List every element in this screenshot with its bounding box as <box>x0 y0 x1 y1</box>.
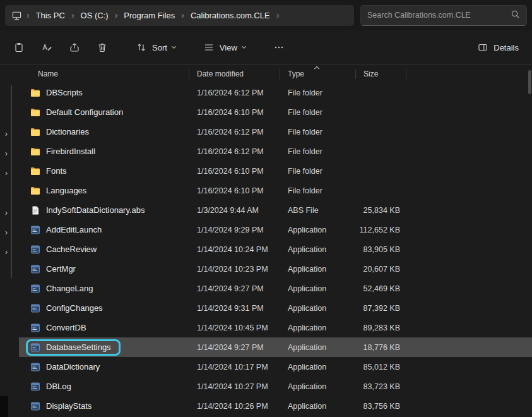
tree-expand-chevron-icon[interactable]: › <box>2 227 11 238</box>
file-name-wrap: CertMgr <box>30 264 76 274</box>
search-input[interactable] <box>367 11 505 20</box>
file-type: File folder <box>280 128 356 136</box>
file-name: DataDictionary <box>46 362 100 372</box>
file-name-wrap: ChangeLang <box>30 284 93 294</box>
file-size: 18,776 KB <box>356 343 406 352</box>
file-name-wrap: AddEditLaunch <box>30 225 102 235</box>
paste-button[interactable] <box>6 36 32 59</box>
corner-box <box>0 396 8 417</box>
file-type: File folder <box>280 167 356 176</box>
file-name-cell: ChangeLang <box>19 284 189 294</box>
rename-icon <box>41 42 52 53</box>
file-date-modified: 1/14/2024 9:29 PM <box>189 226 280 234</box>
file-row[interactable]: Dictionaries 1/16/2024 6:12 PM File fold… <box>19 122 532 142</box>
tree-expand-chevron-icon[interactable]: › <box>2 167 11 179</box>
file-date-modified: 1/14/2024 10:24 PM <box>189 245 280 254</box>
file-name-wrap: Default Configuration <box>30 107 123 118</box>
view-icon <box>203 42 215 53</box>
file-name-cell: FirebirdInstall <box>19 147 189 157</box>
tree-expand-chevron-icon[interactable]: › <box>2 128 11 140</box>
column-header-type[interactable]: Type <box>280 65 356 83</box>
tree-expand-chevron-icon[interactable]: › <box>2 207 11 219</box>
breadcrumb-item[interactable]: Program Files <box>118 8 180 23</box>
application-icon <box>30 284 40 294</box>
breadcrumb-separator: › <box>26 11 30 20</box>
more-ellipsis-icon <box>273 42 285 53</box>
application-icon <box>30 323 40 333</box>
file-type: Application <box>280 245 356 254</box>
clipboard-icon <box>13 42 25 53</box>
file-name-cell: DataDictionary <box>19 362 189 372</box>
file-name-cell: DBLog <box>19 382 189 392</box>
file-name-wrap: Dictionaries <box>30 127 89 137</box>
file-name-wrap: IndySoftDataDictionary.abs <box>30 205 145 215</box>
application-icon <box>30 342 40 353</box>
file-row[interactable]: DataDictionary 1/14/2024 10:17 PM Applic… <box>19 357 532 377</box>
file-row[interactable]: DBScripts 1/16/2024 6:12 PM File folder <box>19 83 532 102</box>
file-name-cell: ConfigChanges <box>19 303 189 313</box>
vertical-scrollbar[interactable] <box>528 66 531 415</box>
file-row[interactable]: ChangeLang 1/14/2024 9:27 PM Application… <box>19 279 532 298</box>
file-name-cell: IndySoftDataDictionary.abs <box>19 205 189 215</box>
file-row[interactable]: ConvertDB 1/14/2024 10:45 PM Application… <box>19 318 532 337</box>
column-header-modified[interactable]: Date modified <box>189 65 280 83</box>
nav-scroll-line <box>11 85 12 278</box>
file-type: File folder <box>280 147 356 156</box>
breadcrumb-item[interactable]: Calibrations.com.CLE <box>185 8 276 23</box>
file-row[interactable]: DBLog 1/14/2024 10:27 PM Application 83,… <box>19 377 532 396</box>
explorer-top-bar: ›This PC›OS (C:)›Program Files›Calibrati… <box>0 0 532 30</box>
more-options-button[interactable] <box>266 36 292 59</box>
file-row[interactable]: Languages 1/16/2024 6:10 PM File folder <box>19 181 532 200</box>
tree-expand-chevron-icon[interactable]: › <box>2 148 11 159</box>
file-row[interactable]: DisplayStats 1/14/2024 10:26 PM Applicat… <box>19 396 532 416</box>
file-date-modified: 1/14/2024 9:31 PM <box>189 304 280 313</box>
breadcrumb-item[interactable]: This PC <box>30 8 71 23</box>
file-name: DatabaseSettings <box>46 342 111 352</box>
file-row[interactable]: CacheReview 1/14/2024 10:24 PM Applicati… <box>19 239 532 259</box>
file-date-modified: 1/16/2024 6:12 PM <box>189 147 280 156</box>
file-type: Application <box>280 284 356 293</box>
breadcrumb-separator: › <box>276 11 280 20</box>
file-date-modified: 1/16/2024 6:12 PM <box>189 128 280 136</box>
file-name-cell: DatabaseSettings <box>19 339 189 356</box>
delete-button[interactable] <box>90 36 115 59</box>
file-row[interactable]: CertMgr 1/14/2024 10:23 PM Application 2… <box>19 259 532 279</box>
file-type: File folder <box>280 108 356 117</box>
file-name-cell: CacheReview <box>19 245 189 255</box>
file-size: 89,283 KB <box>356 323 406 332</box>
file-size: 52,469 KB <box>356 284 406 293</box>
chevron-down-icon <box>172 44 176 49</box>
sort-icon <box>136 42 147 53</box>
sort-button[interactable]: Sort <box>129 36 182 59</box>
document-icon <box>30 205 40 215</box>
view-button[interactable]: View <box>196 36 252 59</box>
address-bar[interactable]: ›This PC›OS (C:)›Program Files›Calibrati… <box>5 5 354 26</box>
file-name: Default Configuration <box>46 107 123 117</box>
folder-icon <box>30 107 40 118</box>
file-row[interactable]: FirebirdInstall 1/16/2024 6:12 PM File f… <box>19 142 532 161</box>
tree-expand-chevron-icon[interactable]: › <box>2 246 11 258</box>
file-name: ConvertDB <box>46 323 86 332</box>
details-button[interactable]: Details <box>470 36 526 59</box>
file-row[interactable]: Fonts 1/16/2024 6:10 PM File folder <box>19 161 532 181</box>
column-header-size[interactable]: Size <box>356 65 406 83</box>
file-list-area: ›››››› Name Date modified Type Size DBSc… <box>0 65 532 417</box>
share-button[interactable] <box>62 36 87 59</box>
file-name: ConfigChanges <box>46 303 103 313</box>
file-size: 87,392 KB <box>356 304 406 313</box>
column-header-name[interactable]: Name <box>19 65 189 83</box>
file-row[interactable]: AddEditLaunch 1/14/2024 9:29 PM Applicat… <box>19 220 532 239</box>
file-type: Application <box>280 323 356 332</box>
file-row[interactable]: IndySoftDataDictionary.abs 1/3/2024 9:44… <box>19 200 532 220</box>
file-row[interactable]: DatabaseSettings 1/14/2024 9:27 PM Appli… <box>19 337 532 357</box>
scrollbar-thumb[interactable] <box>528 70 531 94</box>
file-name: AddEditLaunch <box>46 225 102 234</box>
folder-icon <box>30 186 40 196</box>
rename-button[interactable] <box>34 36 59 59</box>
file-row[interactable]: ConfigChanges 1/14/2024 9:31 PM Applicat… <box>19 298 532 318</box>
file-name-cell: Dictionaries <box>19 127 189 137</box>
file-size: 83,756 KB <box>356 402 406 411</box>
file-type: Application <box>280 363 356 372</box>
breadcrumb-item[interactable]: OS (C:) <box>75 8 114 23</box>
file-row[interactable]: Default Configuration 1/16/2024 6:10 PM … <box>19 102 532 122</box>
